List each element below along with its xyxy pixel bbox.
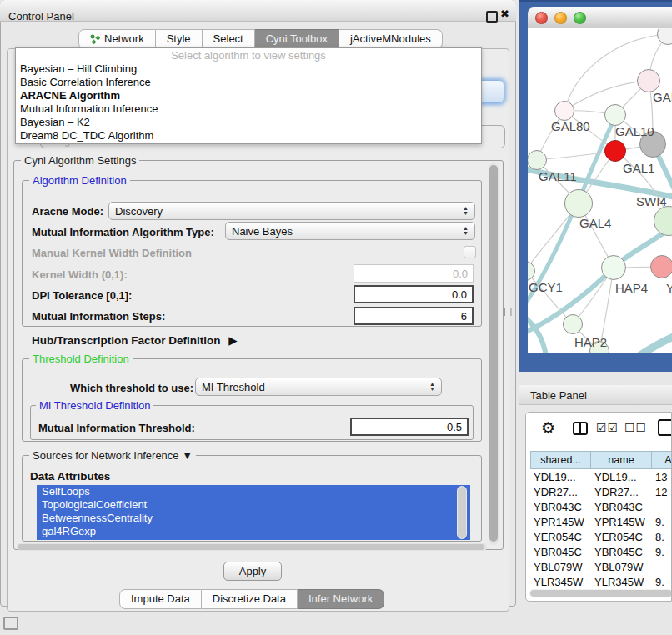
cell-shared-name: YDR27... <box>530 486 591 498</box>
tab-impute-data-label: Impute Data <box>131 592 190 605</box>
mi-type-label: Mutual Information Algorithm Type: <box>32 226 214 238</box>
settings-horizontal-scrollbar-thumb[interactable] <box>18 544 484 550</box>
aracne-mode-value: Discovery <box>115 205 163 218</box>
tab-style[interactable]: Style <box>156 29 203 49</box>
gear-icon[interactable]: ⚙ <box>541 418 555 438</box>
table-row[interactable]: YER054C YER054C 8. <box>530 529 672 544</box>
float-window-icon[interactable] <box>486 11 498 22</box>
collapsed-panel-icon[interactable] <box>3 617 18 630</box>
network-node-gal10[interactable] <box>604 104 626 126</box>
attribute-item-selected[interactable]: SelfLoops <box>37 485 470 498</box>
network-window-titlebar <box>528 8 672 28</box>
tab-cyni-toolbox-label: Cyni Toolbox <box>266 32 328 45</box>
collapse-down-icon: ▼ <box>182 449 193 462</box>
algorithm-option[interactable]: Bayesian – K2 <box>16 116 481 129</box>
close-icon[interactable]: ✖ <box>500 8 509 20</box>
algorithm-option[interactable]: Basic Correlation Inference <box>16 76 481 89</box>
settings-group-title: Cyni Algorithm Settings <box>21 154 139 167</box>
split-pane-divider[interactable] <box>504 308 512 316</box>
table-toolbar: ⚙ ☑☑ ☐☐ <box>526 412 671 446</box>
mac-minimize-button[interactable] <box>554 12 567 24</box>
node-label: GAL <box>653 90 672 104</box>
deselect-all-checkboxes-icon[interactable]: ☐☐ <box>624 421 647 434</box>
cell-name: YBR043C <box>591 501 652 513</box>
node-label: HAP4 <box>615 281 648 295</box>
network-node-hap2[interactable] <box>563 314 583 334</box>
mi-steps-field[interactable] <box>354 307 474 325</box>
application-root: Control Panel ✖ Network Style Select Cyn… <box>0 0 672 635</box>
threshold-definition-title: Threshold Definition <box>29 352 133 365</box>
table-row[interactable]: YLR345W YLR345W 9. <box>530 574 672 589</box>
mac-zoom-button[interactable] <box>574 12 586 24</box>
table-row[interactable]: YDR27... YDR27... 12 <box>530 484 672 499</box>
network-node[interactable] <box>637 69 660 92</box>
sources-group-title[interactable]: Sources for Network Inference ▼ <box>29 449 196 462</box>
attribute-item-selected[interactable]: gal4RGexp <box>37 525 470 538</box>
mi-type-combobox[interactable]: Naive Bayes ▲▼ <box>225 222 475 240</box>
manual-kernel-checkbox[interactable] <box>464 246 476 258</box>
attribute-item-selected[interactable]: TopologicalCoefficient <box>37 498 470 512</box>
column-header[interactable]: shared... <box>530 451 591 469</box>
network-node-gal11[interactable] <box>528 150 547 170</box>
tab-select[interactable]: Select <box>203 29 255 49</box>
mi-steps-label: Mutual Information Steps: <box>32 310 165 322</box>
mi-threshold-label: Mutual Information Threshold: <box>38 422 195 434</box>
network-canvas[interactable]: GAL GAL80 GAL10 GAL1 GAL11 SWI4 GAL4 GCY… <box>528 28 672 353</box>
cell-shared-name: YBR045C <box>530 546 591 558</box>
which-threshold-combobox[interactable]: MI Threshold ▲▼ <box>195 378 442 396</box>
attribute-item-selected[interactable]: BetweennessCentrality <box>37 512 470 525</box>
cell-name: YBR045C <box>591 546 652 558</box>
hub-definition-expander[interactable]: Hub/Transcription Factor Definition ▶ <box>32 333 238 347</box>
dpi-tolerance-field[interactable] <box>354 285 474 303</box>
select-all-checkboxes-icon[interactable]: ☑☑ <box>596 421 619 434</box>
mi-threshold-definition-title: MI Threshold Definition <box>36 399 153 412</box>
apply-button[interactable]: Apply <box>223 562 282 581</box>
algorithm-option[interactable]: Bayesian – Hill Climbing <box>16 62 481 76</box>
tab-jactivemnodules[interactable]: jActiveMNodules <box>339 29 443 49</box>
tab-impute-data[interactable]: Impute Data <box>119 589 202 609</box>
table-panel-card: ⚙ ☑☑ ☐☐ shared... name A YDL19... YDL19.… <box>525 412 672 602</box>
kernel-width-field[interactable] <box>354 264 474 282</box>
column-header[interactable]: A <box>652 451 672 469</box>
network-node-gal1[interactable] <box>604 140 626 162</box>
table-panel-title: Table Panel <box>530 389 587 402</box>
node-label: GAL80 <box>551 119 590 133</box>
network-node-gal4[interactable] <box>564 189 593 218</box>
tab-infer-network[interactable]: Infer Network <box>298 589 384 609</box>
network-node[interactable] <box>650 255 672 278</box>
algorithm-option-selected[interactable]: ARACNE Algorithm <box>16 89 481 102</box>
algorithm-option[interactable]: Dream8 DC_TDC Algorithm <box>16 129 481 142</box>
cell-name: YPR145W <box>591 516 652 528</box>
mac-close-button[interactable] <box>535 12 548 24</box>
mi-threshold-field[interactable] <box>350 418 469 436</box>
table-horizontal-scrollbar-thumb[interactable] <box>530 590 672 597</box>
tab-discretize-data[interactable]: Discretize Data <box>202 589 298 609</box>
cell-shared-name: YBR043C <box>530 501 591 513</box>
cell-shared-name: YBL079W <box>530 561 591 573</box>
combobox-arrows-icon: ▲▼ <box>429 382 435 392</box>
network-node-gal80[interactable] <box>554 101 574 121</box>
tab-cyni-toolbox[interactable]: Cyni Toolbox <box>255 29 339 49</box>
table-horizontal-scrollbar <box>529 589 672 598</box>
columns-icon[interactable] <box>573 422 588 435</box>
table-row[interactable]: YBR043C YBR043C <box>530 499 672 514</box>
table-row[interactable]: YBL079W YBL079W <box>530 559 672 574</box>
node-label: GAL10 <box>615 124 654 138</box>
table-row[interactable]: YPR145W YPR145W 9. <box>530 514 672 529</box>
aracne-mode-combobox[interactable]: Discovery ▲▼ <box>108 202 475 220</box>
table-row[interactable]: YBR045C YBR045C 9. <box>530 544 672 559</box>
settings-vertical-scrollbar-thumb[interactable] <box>489 165 498 542</box>
attributes-scrollbar-thumb[interactable] <box>458 487 466 538</box>
table-row[interactable]: YDL19... YDL19... 13 <box>530 469 672 484</box>
network-node-hap4[interactable] <box>601 255 626 280</box>
table-body: YDL19... YDL19... 13 YDR27... YDR27... 1… <box>530 469 672 591</box>
network-icon <box>90 34 100 44</box>
algorithm-option[interactable]: Mutual Information Inference <box>16 102 481 116</box>
column-header[interactable]: name <box>591 451 652 469</box>
cell-name: YBL079W <box>591 561 652 573</box>
tab-network[interactable]: Network <box>78 29 156 49</box>
expander-right-icon: ▶ <box>228 334 237 347</box>
which-threshold-label: Which threshold to use: <box>70 382 193 394</box>
document-icon[interactable] <box>658 419 672 436</box>
combobox-arrows-icon: ▲▼ <box>463 226 469 236</box>
